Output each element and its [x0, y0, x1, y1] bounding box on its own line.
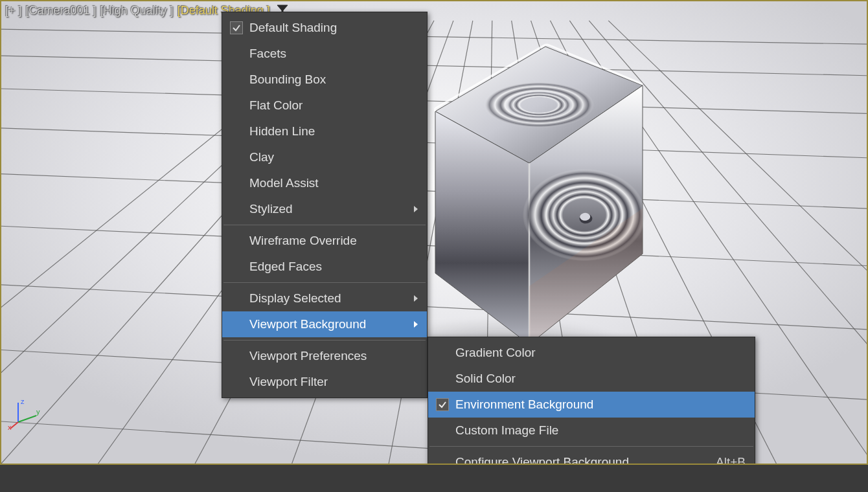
menu-item-label: Viewport Background: [249, 317, 407, 331]
menu-display-selected[interactable]: Display Selected: [222, 285, 427, 311]
menu-hidden-line[interactable]: Hidden Line: [222, 118, 427, 144]
submenu-gradient-color[interactable]: Gradient Color: [428, 340, 755, 366]
menu-item-label: Edged Faces: [249, 260, 418, 274]
menu-viewport-filter[interactable]: Viewport Filter: [222, 369, 427, 395]
menu-item-label: Hidden Line: [249, 124, 418, 139]
menu-item-label: Viewport Filter: [249, 375, 418, 389]
menu-item-label: Stylized: [249, 202, 407, 216]
viewport-3d[interactable]: [+ ] [Camera001 ] [High Quality ] [Defau…: [0, 0, 868, 465]
submenu-environment-background[interactable]: Environment Background: [428, 392, 755, 418]
submenu-arrow-icon: [414, 321, 418, 328]
menu-separator: [223, 225, 426, 225]
submenu-solid-color[interactable]: Solid Color: [428, 366, 755, 392]
check-icon: [230, 21, 243, 34]
shading-menu: Default Shading Facets Bounding Box Flat…: [222, 12, 428, 398]
axis-gizmo: z y x: [8, 397, 40, 430]
menu-bounding-box[interactable]: Bounding Box: [222, 67, 427, 93]
svg-text:z: z: [21, 397, 25, 405]
menu-facets[interactable]: Facets: [222, 41, 427, 67]
menu-item-label: Bounding Box: [249, 73, 418, 87]
menu-edged-faces[interactable]: Edged Faces: [222, 254, 427, 280]
svg-text:x: x: [8, 423, 12, 430]
submenu-arrow-icon: [414, 206, 418, 212]
bottom-bar: [0, 465, 868, 492]
chrome-cube[interactable]: [416, 40, 649, 351]
menu-item-label: Environment Background: [455, 397, 746, 412]
viewport-menu-quality[interactable]: [High Quality ]: [100, 4, 174, 19]
menu-separator: [223, 282, 426, 283]
menu-item-label: Display Selected: [249, 291, 407, 306]
menu-viewport-preferences[interactable]: Viewport Preferences: [222, 343, 427, 369]
menu-viewport-background[interactable]: Viewport Background: [222, 311, 427, 337]
menu-flat-color[interactable]: Flat Color: [222, 93, 427, 118]
menu-shortcut: Alt+B: [716, 455, 746, 465]
menu-item-label: Wireframe Override: [249, 234, 418, 248]
menu-separator: [223, 340, 426, 341]
viewport-menu-camera[interactable]: [Camera001 ]: [26, 4, 97, 19]
menu-item-label: Solid Color: [455, 372, 746, 386]
menu-item-label: Flat Color: [249, 98, 418, 113]
submenu-custom-image-file[interactable]: Custom Image File: [428, 418, 755, 443]
menu-wireframe-override[interactable]: Wireframe Override: [222, 228, 427, 254]
menu-default-shading[interactable]: Default Shading: [222, 15, 427, 41]
check-icon: [436, 398, 449, 411]
menu-item-label: Configure Viewport Background...: [455, 455, 703, 465]
menu-separator: [429, 446, 753, 447]
menu-item-label: Custom Image File: [455, 423, 746, 438]
menu-clay[interactable]: Clay: [222, 144, 427, 170]
svg-line-35: [18, 416, 36, 422]
menu-item-label: Model Assist: [249, 176, 418, 190]
menu-item-label: Default Shading: [249, 21, 418, 35]
menu-item-label: Viewport Preferences: [249, 349, 418, 363]
viewport-background-submenu: Gradient Color Solid Color Environment B…: [428, 337, 755, 465]
svg-text:y: y: [36, 408, 40, 416]
svg-line-36: [10, 422, 18, 429]
menu-item-label: Facets: [249, 47, 418, 61]
menu-item-label: Clay: [249, 150, 418, 164]
menu-model-assist[interactable]: Model Assist: [222, 170, 427, 196]
menu-item-label: Gradient Color: [455, 346, 746, 360]
menu-stylized[interactable]: Stylized: [222, 196, 427, 222]
submenu-arrow-icon: [414, 295, 418, 302]
viewport-menu-plus[interactable]: [+ ]: [5, 4, 22, 19]
submenu-configure-background[interactable]: Configure Viewport Background... Alt+B: [428, 449, 755, 465]
